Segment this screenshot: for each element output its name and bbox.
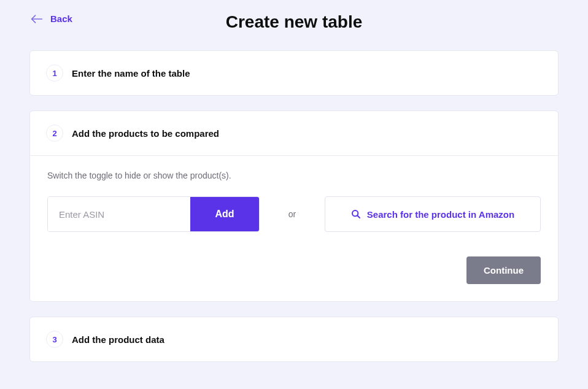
or-separator: or bbox=[271, 209, 314, 219]
step-1-card: 1 Enter the name of the table bbox=[29, 50, 559, 96]
step-number-badge: 2 bbox=[46, 125, 63, 142]
step-3-header[interactable]: 3 Add the product data bbox=[30, 317, 558, 361]
search-amazon-label: Search for the product in Amazon bbox=[367, 209, 514, 220]
continue-button[interactable]: Continue bbox=[466, 256, 541, 284]
back-button[interactable]: Back bbox=[31, 13, 72, 24]
arrow-left-icon bbox=[31, 14, 43, 24]
search-amazon-button[interactable]: Search for the product in Amazon bbox=[325, 196, 541, 232]
search-icon bbox=[351, 209, 361, 219]
product-input-row: Add or Search for the product in Amazon bbox=[47, 196, 541, 232]
steps-container: 1 Enter the name of the table 2 Add the … bbox=[0, 38, 588, 362]
step-number-badge: 3 bbox=[46, 331, 63, 348]
page-header: Back Create new table bbox=[0, 0, 588, 38]
step-2-body: Switch the toggle to hide or show the pr… bbox=[30, 155, 558, 301]
page-title: Create new table bbox=[226, 12, 363, 32]
step-title: Add the product data bbox=[72, 334, 164, 345]
step-1-header[interactable]: 1 Enter the name of the table bbox=[30, 51, 558, 95]
asin-input[interactable] bbox=[48, 197, 190, 231]
add-button[interactable]: Add bbox=[190, 197, 259, 231]
toggle-hint: Switch the toggle to hide or show the pr… bbox=[47, 171, 541, 180]
step-3-card: 3 Add the product data bbox=[29, 317, 559, 362]
step-2-footer: Continue bbox=[47, 256, 541, 284]
step-2-header[interactable]: 2 Add the products to be compared bbox=[30, 111, 558, 155]
back-label: Back bbox=[50, 13, 72, 24]
svg-line-2 bbox=[357, 215, 360, 218]
step-number-badge: 1 bbox=[46, 64, 63, 82]
step-2-card: 2 Add the products to be compared Switch… bbox=[29, 110, 559, 302]
step-title: Enter the name of the table bbox=[72, 68, 190, 79]
asin-input-group: Add bbox=[47, 196, 260, 232]
step-title: Add the products to be compared bbox=[72, 128, 219, 139]
